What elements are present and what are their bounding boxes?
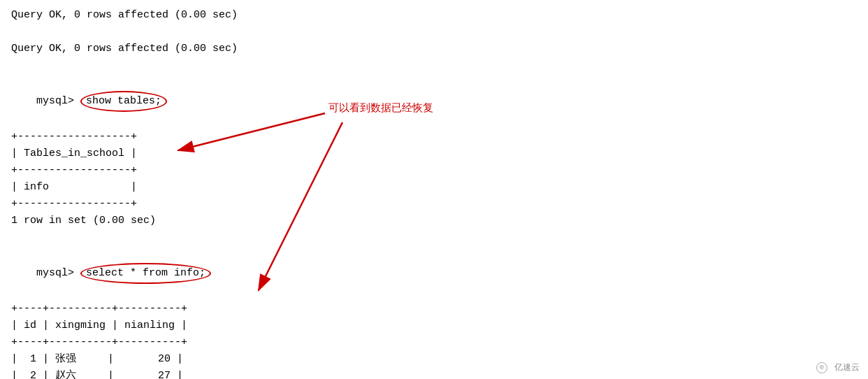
select-border-1: +----+----------+----------+	[11, 301, 857, 317]
select-border-2: +----+----------+----------+	[11, 334, 857, 351]
logo-text: 亿速云	[834, 363, 860, 373]
table-row-info: | info |	[11, 179, 857, 196]
logo-icon: ⊙	[816, 362, 827, 373]
mysql-prompt-1: mysql>	[36, 95, 80, 107]
output-line-3: Query OK, 0 rows affected (0.00 sec)	[11, 41, 857, 57]
table-border-1: +------------------+	[11, 129, 857, 145]
select-row-2: | 2 | 赵六 | 27 |	[11, 368, 857, 379]
output-line-1: Query OK, 0 rows affected (0.00 sec)	[11, 7, 857, 24]
terminal-output: Query OK, 0 rows affected (0.00 sec) Que…	[0, 0, 868, 379]
select-row-1: | 1 | 张强 | 20 |	[11, 351, 857, 368]
table-border-2: +------------------+	[11, 162, 857, 179]
output-line-2	[11, 24, 857, 41]
table-border-3: +------------------+	[11, 196, 857, 213]
annotation-text: 可以看到数据已经恢复	[328, 101, 433, 115]
output-line-5: mysql> show tables;	[11, 74, 857, 129]
output-line-select: mysql> select * from info;	[11, 246, 857, 301]
row-count-1: 1 row in set (0.00 sec)	[11, 213, 857, 229]
select-header: | id | xingming | nianling |	[11, 317, 857, 334]
output-line-4	[11, 57, 857, 74]
show-tables-cmd: show tables;	[80, 91, 167, 112]
blank-line	[11, 229, 857, 246]
brand-logo: ⊙ 亿速云	[816, 362, 860, 373]
mysql-prompt-2: mysql>	[36, 267, 80, 279]
table-header: | Tables_in_school |	[11, 145, 857, 162]
select-cmd: select * from info;	[80, 263, 211, 284]
